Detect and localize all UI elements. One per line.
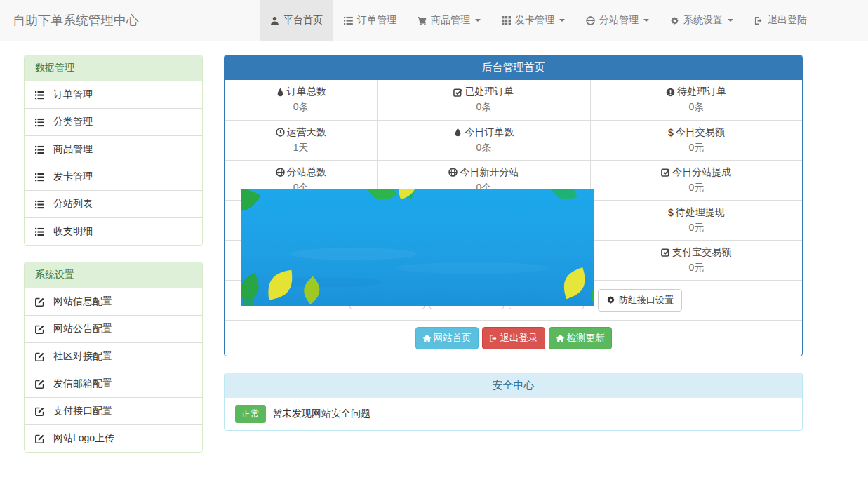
gear-icon	[670, 16, 679, 25]
sidebar-item[interactable]: 社区对接配置	[25, 342, 202, 370]
nav-item-0[interactable]: 平台首页	[260, 0, 333, 41]
sidebar-item[interactable]: 支付接口配置	[25, 397, 202, 424]
sidebar-item-label: 支付接口配置	[53, 405, 112, 417]
stat-value: 0条	[225, 101, 377, 114]
stat-label-row: 运营天数	[225, 126, 377, 139]
sidebar-item[interactable]: 网站Logo上传	[25, 424, 202, 452]
list-icon	[35, 173, 44, 182]
stat-label: 运营天数	[287, 126, 326, 139]
sidebar-item[interactable]: 分类管理	[25, 108, 202, 135]
promo-image	[241, 189, 594, 306]
sidebar: 数据管理 订单管理 分类管理 商品管理 发卡管理 分站列表	[24, 55, 203, 469]
nav-item-4[interactable]: 分站管理	[575, 0, 660, 41]
sidebar-item-label: 分类管理	[53, 116, 93, 128]
list-icon	[35, 91, 44, 100]
nav-item-label: 商品管理	[431, 14, 470, 27]
signout-icon	[489, 334, 498, 343]
stat-value: 1天	[225, 142, 377, 154]
footer-button-1[interactable]: 退出登录	[482, 327, 545, 349]
gear-icon	[606, 295, 615, 304]
sidebar-item-label: 网站公告配置	[53, 323, 112, 335]
footer-button-2[interactable]: 检测更新	[549, 327, 612, 349]
stat-label-row: 今日分站提成	[591, 166, 802, 179]
stat-cell: 订单总数 0条	[225, 80, 378, 120]
stat-label-row: 订单总数	[225, 86, 377, 98]
nav-item-label: 订单管理	[357, 14, 396, 27]
sidebar-panel-title: 数据管理	[25, 55, 202, 81]
nav-item-label: 发卡管理	[515, 14, 554, 27]
sidebar-panel-1: 系统设置 网站信息配置 网站公告配置 社区对接配置 发信邮箱配置 支付接口配置	[24, 262, 203, 453]
nav-item-6[interactable]: 退出登陆	[744, 0, 817, 41]
stat-value: 0条	[378, 142, 589, 154]
stat-label: 已处理订单	[465, 86, 514, 98]
footer-button-label: 检测更新	[567, 332, 605, 344]
edit-icon	[35, 297, 44, 307]
security-message: 暂未发现网站安全问题	[272, 408, 370, 420]
stat-label: 今日分站提成	[672, 166, 731, 179]
nav-item-label: 退出登陆	[768, 14, 807, 27]
stat-cell: 今日订单数 0条	[378, 120, 590, 160]
stat-label: 今日订单数	[465, 126, 514, 139]
home-icon	[556, 334, 565, 343]
clock-icon	[276, 128, 285, 137]
stat-value: 0元	[591, 222, 802, 234]
dashboard-footer: 网站首页 退出登录 检测更新	[225, 320, 802, 356]
sidebar-item[interactable]: 发信邮箱配置	[25, 370, 202, 397]
stat-label: 订单总数	[287, 86, 326, 98]
stat-cell: $待处理提现 0元	[590, 200, 802, 240]
edit-icon	[35, 352, 44, 361]
nav-item-3[interactable]: 发卡管理	[491, 0, 575, 41]
stat-label: 待处理订单	[677, 86, 726, 98]
sidebar-panel-0: 数据管理 订单管理 分类管理 商品管理 发卡管理 分站列表	[24, 55, 203, 246]
stat-label-row: 分站总数	[225, 166, 377, 179]
main-content: 后台管理首页 订单总数 0条 已处理订单 0条 待处理订单 0条 运营天	[224, 55, 803, 469]
footer-button-0[interactable]: 网站首页	[415, 327, 479, 349]
stats-row: 订单总数 0条 已处理订单 0条 待处理订单 0条	[225, 80, 802, 120]
anti-red-settings-button[interactable]: 防红接口设置	[598, 289, 682, 312]
sidebar-item-label: 发卡管理	[53, 170, 93, 183]
nav-item-label: 分站管理	[599, 14, 639, 27]
stat-label: 今日新开分站	[460, 166, 519, 179]
sidebar-item-label: 网站Logo上传	[53, 432, 114, 445]
edit-icon	[35, 407, 44, 416]
checksquare-icon	[453, 88, 462, 97]
sidebar-item[interactable]: 订单管理	[25, 81, 202, 108]
stat-cell: 待处理订单 0条	[590, 80, 802, 120]
navbar-menu: 平台首页 订单管理 商品管理 发卡管理 分站管理 系统设置 退出登陆	[260, 0, 817, 41]
chevron-down-icon	[559, 19, 565, 22]
leaves-decoration	[241, 189, 594, 306]
sidebar-item[interactable]: 收支明细	[25, 217, 202, 245]
sidebar-panel-title: 系统设置	[25, 262, 202, 288]
stat-cell: 已处理订单 0条	[378, 80, 590, 120]
nav-item-2[interactable]: 商品管理	[407, 0, 491, 41]
chevron-down-icon	[728, 19, 733, 22]
security-panel: 安全中心 正常 暂未发现网站安全问题	[224, 373, 803, 431]
nav-item-label: 系统设置	[683, 14, 723, 27]
dollar-icon: $	[668, 208, 674, 217]
sidebar-item[interactable]: 分站列表	[25, 190, 202, 217]
stats-row: 运营天数 1天 今日订单数 0条 $今日交易额 0元	[225, 120, 802, 160]
sidebar-item[interactable]: 网站信息配置	[25, 288, 202, 315]
globe-icon	[586, 16, 595, 25]
stat-label-row: 待处理订单	[591, 86, 802, 98]
sidebar-item-label: 订单管理	[53, 88, 93, 101]
security-status-row: 正常 暂未发现网站安全问题	[225, 398, 802, 430]
sidebar-item-label: 分站列表	[53, 198, 93, 210]
security-panel-title: 安全中心	[225, 373, 802, 398]
sidebar-item[interactable]: 商品管理	[25, 135, 202, 163]
stat-label-row: 已处理订单	[378, 86, 589, 98]
stat-label: 待处理提现	[676, 206, 725, 219]
sidebar-item-label: 发信邮箱配置	[53, 377, 112, 390]
list-icon	[35, 118, 44, 127]
user-icon	[270, 16, 279, 25]
checksquare-icon	[661, 168, 670, 177]
stat-cell: 今日分站提成 0元	[590, 160, 802, 200]
nav-item-1[interactable]: 订单管理	[333, 0, 407, 41]
sidebar-item[interactable]: 发卡管理	[25, 163, 202, 190]
globe-icon	[448, 168, 458, 177]
list-icon	[35, 200, 44, 209]
nav-item-5[interactable]: 系统设置	[660, 0, 744, 41]
list-icon	[35, 145, 44, 154]
sidebar-item[interactable]: 网站公告配置	[25, 315, 202, 342]
top-navbar: 自助下单系统管理中心 平台首页 订单管理 商品管理 发卡管理 分站管理 系统设置…	[0, 0, 868, 41]
